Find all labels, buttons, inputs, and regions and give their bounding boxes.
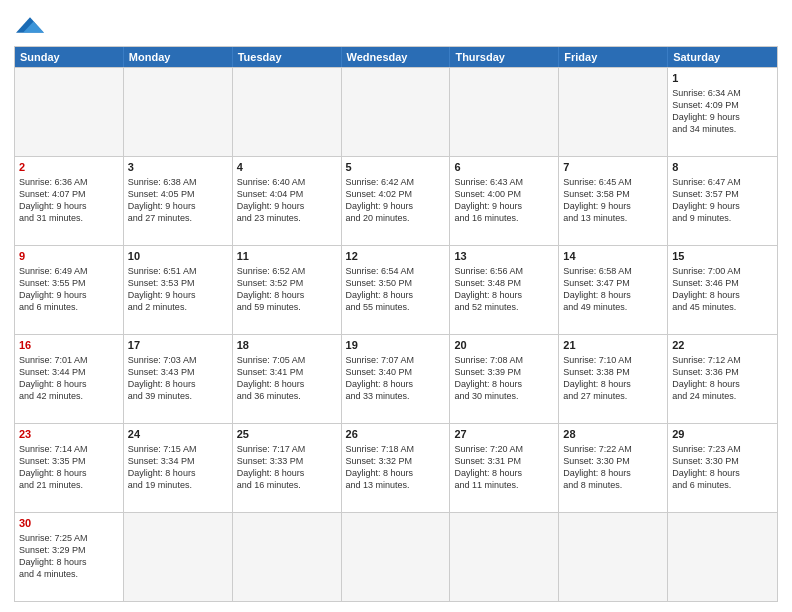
calendar-cell: 13Sunrise: 6:56 AM Sunset: 3:48 PM Dayli…	[450, 246, 559, 334]
calendar-cell: 23Sunrise: 7:14 AM Sunset: 3:35 PM Dayli…	[15, 424, 124, 512]
day-number: 18	[237, 338, 337, 353]
day-number: 21	[563, 338, 663, 353]
day-info: Sunrise: 7:07 AM Sunset: 3:40 PM Dayligh…	[346, 355, 415, 401]
day-number: 27	[454, 427, 554, 442]
logo	[14, 14, 44, 40]
day-info: Sunrise: 7:10 AM Sunset: 3:38 PM Dayligh…	[563, 355, 632, 401]
day-number: 26	[346, 427, 446, 442]
day-number: 6	[454, 160, 554, 175]
day-number: 19	[346, 338, 446, 353]
calendar-cell: 26Sunrise: 7:18 AM Sunset: 3:32 PM Dayli…	[342, 424, 451, 512]
day-number: 10	[128, 249, 228, 264]
day-info: Sunrise: 6:51 AM Sunset: 3:53 PM Dayligh…	[128, 266, 197, 312]
day-number: 3	[128, 160, 228, 175]
day-number: 17	[128, 338, 228, 353]
calendar-cell: 12Sunrise: 6:54 AM Sunset: 3:50 PM Dayli…	[342, 246, 451, 334]
calendar-cell	[668, 513, 777, 601]
day-number: 25	[237, 427, 337, 442]
calendar: SundayMondayTuesdayWednesdayThursdayFrid…	[14, 46, 778, 602]
calendar-cell: 14Sunrise: 6:58 AM Sunset: 3:47 PM Dayli…	[559, 246, 668, 334]
calendar-cell	[559, 68, 668, 156]
day-info: Sunrise: 7:18 AM Sunset: 3:32 PM Dayligh…	[346, 444, 415, 490]
day-info: Sunrise: 7:14 AM Sunset: 3:35 PM Dayligh…	[19, 444, 88, 490]
day-info: Sunrise: 7:12 AM Sunset: 3:36 PM Dayligh…	[672, 355, 741, 401]
day-number: 4	[237, 160, 337, 175]
day-info: Sunrise: 7:01 AM Sunset: 3:44 PM Dayligh…	[19, 355, 88, 401]
day-info: Sunrise: 7:05 AM Sunset: 3:41 PM Dayligh…	[237, 355, 306, 401]
calendar-cell: 7Sunrise: 6:45 AM Sunset: 3:58 PM Daylig…	[559, 157, 668, 245]
day-info: Sunrise: 7:08 AM Sunset: 3:39 PM Dayligh…	[454, 355, 523, 401]
weekday-header-thursday: Thursday	[450, 47, 559, 67]
weekday-header-monday: Monday	[124, 47, 233, 67]
day-info: Sunrise: 7:25 AM Sunset: 3:29 PM Dayligh…	[19, 533, 88, 579]
calendar-week-1: 2Sunrise: 6:36 AM Sunset: 4:07 PM Daylig…	[15, 156, 777, 245]
weekday-header-friday: Friday	[559, 47, 668, 67]
day-number: 28	[563, 427, 663, 442]
calendar-cell	[124, 513, 233, 601]
day-info: Sunrise: 6:40 AM Sunset: 4:04 PM Dayligh…	[237, 177, 306, 223]
day-info: Sunrise: 6:52 AM Sunset: 3:52 PM Dayligh…	[237, 266, 306, 312]
calendar-cell	[342, 513, 451, 601]
day-info: Sunrise: 6:36 AM Sunset: 4:07 PM Dayligh…	[19, 177, 88, 223]
weekday-header-tuesday: Tuesday	[233, 47, 342, 67]
day-info: Sunrise: 7:20 AM Sunset: 3:31 PM Dayligh…	[454, 444, 523, 490]
calendar-cell	[342, 68, 451, 156]
day-number: 2	[19, 160, 119, 175]
day-number: 8	[672, 160, 773, 175]
day-number: 24	[128, 427, 228, 442]
day-info: Sunrise: 7:23 AM Sunset: 3:30 PM Dayligh…	[672, 444, 741, 490]
day-info: Sunrise: 6:42 AM Sunset: 4:02 PM Dayligh…	[346, 177, 415, 223]
day-info: Sunrise: 7:00 AM Sunset: 3:46 PM Dayligh…	[672, 266, 741, 312]
day-number: 22	[672, 338, 773, 353]
calendar-cell: 9Sunrise: 6:49 AM Sunset: 3:55 PM Daylig…	[15, 246, 124, 334]
day-info: Sunrise: 6:49 AM Sunset: 3:55 PM Dayligh…	[19, 266, 88, 312]
day-info: Sunrise: 6:47 AM Sunset: 3:57 PM Dayligh…	[672, 177, 741, 223]
calendar-cell	[15, 68, 124, 156]
calendar-body: 1Sunrise: 6:34 AM Sunset: 4:09 PM Daylig…	[15, 67, 777, 601]
calendar-cell: 19Sunrise: 7:07 AM Sunset: 3:40 PM Dayli…	[342, 335, 451, 423]
day-info: Sunrise: 6:45 AM Sunset: 3:58 PM Dayligh…	[563, 177, 632, 223]
day-info: Sunrise: 7:17 AM Sunset: 3:33 PM Dayligh…	[237, 444, 306, 490]
calendar-cell: 29Sunrise: 7:23 AM Sunset: 3:30 PM Dayli…	[668, 424, 777, 512]
day-info: Sunrise: 7:22 AM Sunset: 3:30 PM Dayligh…	[563, 444, 632, 490]
day-info: Sunrise: 7:03 AM Sunset: 3:43 PM Dayligh…	[128, 355, 197, 401]
day-info: Sunrise: 6:54 AM Sunset: 3:50 PM Dayligh…	[346, 266, 415, 312]
calendar-cell: 11Sunrise: 6:52 AM Sunset: 3:52 PM Dayli…	[233, 246, 342, 334]
calendar-cell	[233, 68, 342, 156]
calendar-week-4: 23Sunrise: 7:14 AM Sunset: 3:35 PM Dayli…	[15, 423, 777, 512]
calendar-cell: 1Sunrise: 6:34 AM Sunset: 4:09 PM Daylig…	[668, 68, 777, 156]
calendar-cell: 28Sunrise: 7:22 AM Sunset: 3:30 PM Dayli…	[559, 424, 668, 512]
weekday-header-sunday: Sunday	[15, 47, 124, 67]
day-info: Sunrise: 6:56 AM Sunset: 3:48 PM Dayligh…	[454, 266, 523, 312]
calendar-cell: 2Sunrise: 6:36 AM Sunset: 4:07 PM Daylig…	[15, 157, 124, 245]
weekday-header-wednesday: Wednesday	[342, 47, 451, 67]
day-info: Sunrise: 6:43 AM Sunset: 4:00 PM Dayligh…	[454, 177, 523, 223]
calendar-cell: 16Sunrise: 7:01 AM Sunset: 3:44 PM Dayli…	[15, 335, 124, 423]
page: SundayMondayTuesdayWednesdayThursdayFrid…	[0, 0, 792, 612]
calendar-cell: 8Sunrise: 6:47 AM Sunset: 3:57 PM Daylig…	[668, 157, 777, 245]
calendar-cell	[124, 68, 233, 156]
calendar-cell: 10Sunrise: 6:51 AM Sunset: 3:53 PM Dayli…	[124, 246, 233, 334]
calendar-cell: 3Sunrise: 6:38 AM Sunset: 4:05 PM Daylig…	[124, 157, 233, 245]
day-number: 30	[19, 516, 119, 531]
day-number: 29	[672, 427, 773, 442]
calendar-week-0: 1Sunrise: 6:34 AM Sunset: 4:09 PM Daylig…	[15, 67, 777, 156]
logo-icon	[16, 14, 44, 36]
day-number: 5	[346, 160, 446, 175]
day-info: Sunrise: 6:38 AM Sunset: 4:05 PM Dayligh…	[128, 177, 197, 223]
calendar-cell: 24Sunrise: 7:15 AM Sunset: 3:34 PM Dayli…	[124, 424, 233, 512]
day-info: Sunrise: 6:34 AM Sunset: 4:09 PM Dayligh…	[672, 88, 741, 134]
day-info: Sunrise: 6:58 AM Sunset: 3:47 PM Dayligh…	[563, 266, 632, 312]
day-info: Sunrise: 7:15 AM Sunset: 3:34 PM Dayligh…	[128, 444, 197, 490]
calendar-cell: 15Sunrise: 7:00 AM Sunset: 3:46 PM Dayli…	[668, 246, 777, 334]
day-number: 13	[454, 249, 554, 264]
calendar-week-5: 30Sunrise: 7:25 AM Sunset: 3:29 PM Dayli…	[15, 512, 777, 601]
day-number: 14	[563, 249, 663, 264]
calendar-week-3: 16Sunrise: 7:01 AM Sunset: 3:44 PM Dayli…	[15, 334, 777, 423]
header	[14, 10, 778, 40]
calendar-cell	[450, 513, 559, 601]
calendar-cell: 30Sunrise: 7:25 AM Sunset: 3:29 PM Dayli…	[15, 513, 124, 601]
day-number: 15	[672, 249, 773, 264]
calendar-cell: 25Sunrise: 7:17 AM Sunset: 3:33 PM Dayli…	[233, 424, 342, 512]
calendar-cell: 18Sunrise: 7:05 AM Sunset: 3:41 PM Dayli…	[233, 335, 342, 423]
